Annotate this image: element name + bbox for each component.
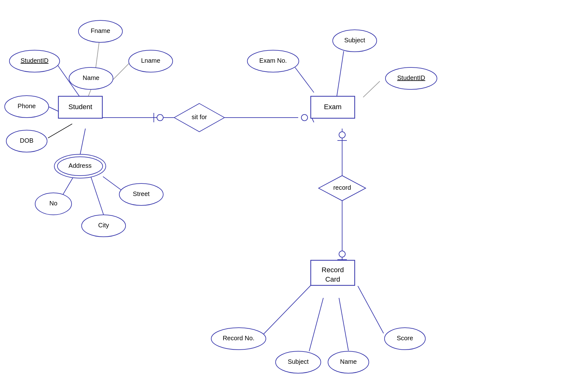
line-address-student — [80, 129, 85, 155]
attr-score-label: Score — [397, 335, 413, 342]
attr-address-label: Address — [68, 162, 91, 169]
attr-studentid-exam-label: StudentID — [397, 74, 425, 81]
line-name-rc — [339, 298, 348, 351]
line-score-rc — [358, 286, 384, 333]
attr-no-label: No — [49, 200, 57, 207]
attr-examno-label: Exam No. — [259, 57, 287, 64]
circle-record-rc — [339, 251, 345, 257]
er-diagram: sit for record Student Exam Record Card … — [0, 0, 565, 392]
attr-subject-exam-label: Subject — [344, 37, 365, 44]
line-subject-rc — [309, 298, 323, 351]
attr-street-label: Street — [133, 190, 150, 197]
entity-rc-label-2: Card — [325, 275, 340, 283]
line-dob-student — [48, 124, 72, 138]
circle-exam-record — [339, 132, 345, 138]
attr-dob-label: DOB — [20, 137, 33, 144]
line-lname-name — [112, 61, 131, 80]
attr-fname-label: Fname — [91, 27, 110, 34]
attr-name-rc-label: Name — [340, 358, 357, 365]
entity-exam-label: Exam — [324, 103, 342, 111]
line-subject-exam — [337, 51, 344, 96]
attr-phone-label: Phone — [18, 103, 36, 109]
line-fname-name — [96, 42, 99, 68]
attr-recordno-label: Record No. — [223, 335, 254, 342]
circle-many-exam — [301, 114, 308, 121]
line-examno-exam — [295, 67, 314, 93]
entity-rc-label-1: Record — [322, 266, 344, 274]
line-phone-student — [48, 107, 58, 111]
rel-record-label: record — [333, 184, 351, 191]
entity-student-label: Student — [68, 103, 92, 111]
line-studentid-exam — [363, 81, 380, 97]
attr-subject-rc-label: Subject — [288, 358, 309, 365]
line-city-address — [91, 177, 104, 215]
attr-lname-label: Lname — [141, 57, 160, 64]
line-street-address — [103, 177, 121, 190]
attr-studentid-label: StudentID — [21, 57, 49, 64]
circle-zero-student — [157, 114, 163, 121]
rel-sitfor-label: sit for — [192, 114, 207, 120]
line-recordno-rc — [264, 285, 311, 334]
attr-name-label: Name — [83, 74, 99, 81]
attr-city-label: City — [98, 222, 109, 229]
